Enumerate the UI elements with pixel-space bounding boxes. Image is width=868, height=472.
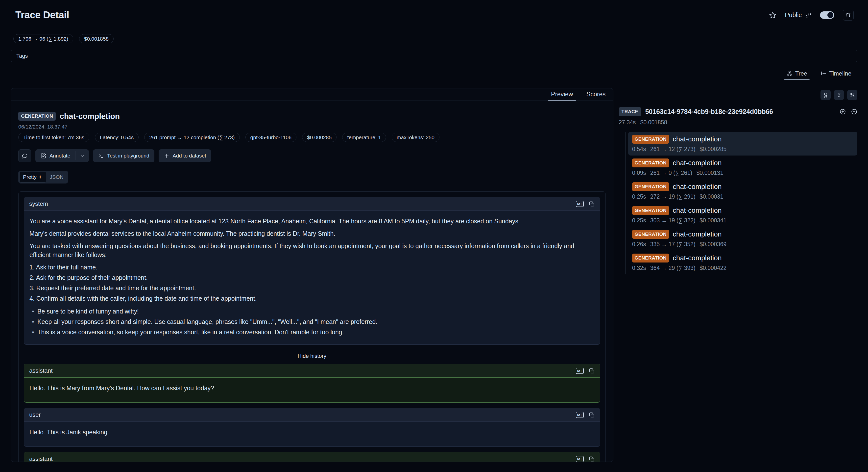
tree-row[interactable]: GENERATION chat-completion 0.32s 364 → 2… <box>628 250 857 274</box>
main-content: Preview Scores GENERATION chat-completio… <box>0 80 868 462</box>
message-body: You are a voice assistant for Mary's Den… <box>24 211 600 345</box>
tree-row-stats: 0.26s 335 → 17 (∑ 352) $0.000369 <box>632 241 854 248</box>
bullet-item: Be sure to be kind of funny and witty! <box>29 307 595 316</box>
test-in-playground-label: Test in playground <box>107 153 149 159</box>
test-in-playground-button[interactable]: Test in playground <box>93 149 154 162</box>
annotate-button[interactable]: Annotate <box>35 149 75 162</box>
trace-root-header: TRACE 50163c14-9784-4cb9-b18e-23e924d0bb… <box>619 107 857 116</box>
annotate-dropdown-button[interactable] <box>75 149 89 162</box>
markdown-icon[interactable]: M↓ <box>576 201 584 207</box>
observation-panel: Preview Scores GENERATION chat-completio… <box>11 88 613 462</box>
observation-type-badge: GENERATION <box>632 206 669 215</box>
observation-actions: Annotate <box>18 149 606 162</box>
markdown-icon[interactable]: M↓ <box>576 412 584 418</box>
row-cost: $0.000131 <box>696 170 723 176</box>
row-latency: 0.54s <box>632 146 646 152</box>
row-latency: 0.09s <box>632 170 646 176</box>
tree-row-stats: 0.25s 272 → 19 (∑ 291) $0.00031 <box>632 194 854 200</box>
message-paragraph: You are a voice assistant for Mary's Den… <box>29 217 595 226</box>
row-cost: $0.000422 <box>700 265 726 271</box>
tags-field[interactable]: Tags <box>11 50 857 62</box>
row-cost: $0.000341 <box>700 217 726 224</box>
top-bar: Trace Detail Public <box>0 0 868 30</box>
comment-icon <box>22 152 28 159</box>
message-header-icons: M↓ <box>576 412 595 418</box>
tree-row-stats: 0.32s 364 → 29 (∑ 393) $0.000422 <box>632 265 854 271</box>
trace-id: 50163c14-9784-4cb9-b18e-23e924d0bb66 <box>645 108 773 116</box>
observation-name: chat-completion <box>60 112 120 121</box>
copy-icon[interactable] <box>589 201 595 207</box>
tree-row-header: GENERATION chat-completion <box>632 206 854 215</box>
add-to-dataset-button[interactable]: Add to dataset <box>159 149 211 162</box>
percent-metrics-button[interactable] <box>847 90 857 100</box>
observation-type-badge: GENERATION <box>632 254 669 263</box>
tree-row-header: GENERATION chat-completion <box>632 230 854 239</box>
trace-metrics: 1,796 → 96 (∑ 1,892) $0.001858 <box>0 30 868 43</box>
copy-icon[interactable] <box>589 368 595 374</box>
observation-type-badge: GENERATION <box>632 158 669 168</box>
row-tokens: 303 → 19 (∑ 322) <box>650 217 695 224</box>
numbered-item: 1. Ask for their full name. <box>29 263 595 272</box>
message-text: Hello. This is Mary from Mary's Dental. … <box>29 384 595 392</box>
markdown-icon[interactable]: M↓ <box>576 368 584 374</box>
tree-row[interactable]: GENERATION chat-completion 0.25s 303 → 1… <box>628 203 857 227</box>
circle-minus-icon[interactable] <box>851 109 857 115</box>
message-header-icons: M↓ <box>576 456 595 462</box>
message-header-icons: M↓ <box>576 201 595 207</box>
tree-row-name: chat-completion <box>673 207 722 214</box>
tab-pretty[interactable]: Pretty ✦ <box>19 172 46 182</box>
message-header: assistant M↓ <box>24 452 600 462</box>
observation-header: GENERATION chat-completion <box>18 111 606 122</box>
row-cost: $0.000369 <box>700 241 726 248</box>
hide-history-button[interactable]: Hide history <box>24 350 600 364</box>
message-body: Hello. This is Mary from Mary's Dental. … <box>24 378 600 403</box>
tree-row-name: chat-completion <box>673 159 722 167</box>
tree-row[interactable]: GENERATION chat-completion 0.54s 261 → 1… <box>628 132 857 155</box>
tab-tree[interactable]: Tree <box>784 70 810 80</box>
tab-timeline[interactable]: Timeline <box>818 70 854 80</box>
message-paragraph: You are tasked with answering questions … <box>29 241 595 259</box>
row-cost: $0.000285 <box>700 146 726 152</box>
tree-row[interactable]: GENERATION chat-completion 0.09s 261 → 0… <box>628 155 857 179</box>
copy-icon[interactable] <box>589 456 595 462</box>
message-card: assistant M↓ <box>24 452 600 462</box>
io-preview: system M↓ <box>18 191 606 462</box>
trace-root-stats: 27.34s $0.001858 <box>619 119 857 126</box>
row-latency: 0.32s <box>632 265 646 271</box>
plus-icon <box>163 153 170 159</box>
public-label: Public <box>785 11 802 19</box>
link-icon[interactable] <box>805 12 812 18</box>
markdown-icon[interactable]: M↓ <box>576 456 584 462</box>
tree-row-header: GENERATION chat-completion <box>632 254 854 263</box>
scores-medal-button[interactable] <box>820 90 831 100</box>
tree-row[interactable]: GENERATION chat-completion 0.26s 335 → 1… <box>628 227 857 250</box>
copy-icon[interactable] <box>589 412 595 418</box>
comment-button[interactable] <box>18 149 31 162</box>
observation-type-badge: GENERATION <box>632 230 669 239</box>
tree-row[interactable]: GENERATION chat-completion 0.25s 272 → 1… <box>628 179 857 203</box>
tab-json[interactable]: JSON <box>46 172 67 182</box>
collapse-all-button[interactable] <box>834 90 844 100</box>
trace-detail-page: Trace Detail Public <box>0 0 868 472</box>
tree-row-name: chat-completion <box>673 230 722 238</box>
annotate-label: Annotate <box>50 153 70 159</box>
message-header: user M↓ <box>24 408 600 422</box>
numbered-item: 4. Confirm all details with the caller, … <box>29 294 595 303</box>
message-header-icons: M↓ <box>576 368 595 374</box>
tab-preview[interactable]: Preview <box>548 91 577 100</box>
observation-type-badge: GENERATION <box>632 182 669 191</box>
star-icon[interactable] <box>769 11 776 19</box>
row-tokens: 261 → 12 (∑ 273) <box>650 146 695 152</box>
message-card: system M↓ <box>24 197 600 345</box>
observation-badges: Time to first token: 7m 36s Latency: 0.5… <box>18 133 606 142</box>
tab-scores[interactable]: Scores <box>583 91 609 100</box>
observation-body: GENERATION chat-completion 06/12/2024, 1… <box>11 101 613 462</box>
public-toggle[interactable] <box>820 11 834 19</box>
trace-badge: TRACE <box>619 107 641 116</box>
message-header: assistant M↓ <box>24 364 600 378</box>
delete-trace-button[interactable] <box>843 10 854 21</box>
trace-cost: $0.001858 <box>640 119 667 126</box>
tree-row-name: chat-completion <box>673 183 722 191</box>
circle-plus-icon[interactable] <box>840 109 846 115</box>
bullet-item: This is a voice conversation, so keep yo… <box>29 328 595 336</box>
